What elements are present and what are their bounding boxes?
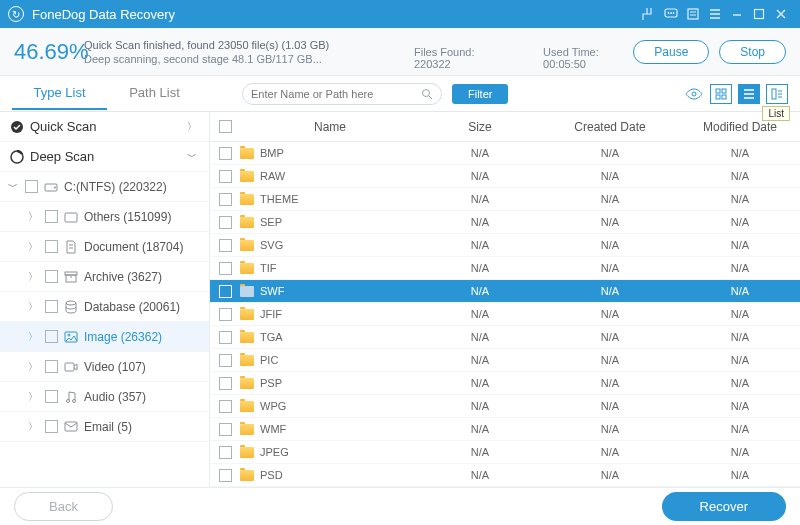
table-row[interactable]: PICN/AN/AN/A — [210, 349, 800, 372]
image-icon — [63, 331, 79, 343]
file-name: JFIF — [260, 308, 282, 320]
col-created[interactable]: Created Date — [540, 120, 680, 134]
audio-icon — [63, 390, 79, 404]
row-checkbox[interactable] — [219, 147, 232, 160]
row-checkbox[interactable] — [219, 216, 232, 229]
file-created: N/A — [540, 285, 680, 297]
used-time: Used Time: 00:05:50 — [543, 46, 633, 70]
file-name: TIF — [260, 262, 277, 274]
row-checkbox[interactable] — [219, 446, 232, 459]
col-name[interactable]: Name — [240, 120, 420, 134]
close-icon[interactable] — [770, 3, 792, 25]
table-row[interactable]: BMPN/AN/AN/A — [210, 142, 800, 165]
sidebar-email[interactable]: 〉Email (5) — [0, 412, 209, 442]
pause-button[interactable]: Pause — [633, 40, 709, 64]
sidebar-others[interactable]: 〉Others (151099) — [0, 202, 209, 232]
menu-icon[interactable] — [704, 3, 726, 25]
sidebar-database[interactable]: 〉Database (20061) — [0, 292, 209, 322]
svg-point-1 — [668, 12, 669, 13]
feedback-icon[interactable] — [660, 3, 682, 25]
file-list: BMPN/AN/AN/ARAWN/AN/AN/ATHEMEN/AN/AN/ASE… — [210, 142, 800, 487]
table-row[interactable]: TIFN/AN/AN/A — [210, 257, 800, 280]
row-checkbox[interactable] — [219, 193, 232, 206]
row-checkbox[interactable] — [219, 377, 232, 390]
table-row[interactable]: SWFN/AN/AN/A — [210, 280, 800, 303]
stop-button[interactable]: Stop — [719, 40, 786, 64]
row-checkbox[interactable] — [219, 285, 232, 298]
table-row[interactable]: PSDN/AN/AN/A — [210, 464, 800, 487]
row-checkbox[interactable] — [219, 400, 232, 413]
svg-rect-23 — [65, 363, 74, 371]
table-row[interactable]: JPEGN/AN/AN/A — [210, 441, 800, 464]
file-name: PIC — [260, 354, 278, 366]
row-checkbox[interactable] — [219, 170, 232, 183]
col-modified[interactable]: Modified Date — [680, 120, 800, 134]
register-icon[interactable] — [682, 3, 704, 25]
sidebar-audio[interactable]: 〉Audio (357) — [0, 382, 209, 412]
file-created: N/A — [540, 262, 680, 274]
table-row[interactable]: RAWN/AN/AN/A — [210, 165, 800, 188]
table-row[interactable]: TGAN/AN/AN/A — [210, 326, 800, 349]
view-list-icon[interactable] — [738, 84, 760, 104]
sidebar-video[interactable]: 〉Video (107) — [0, 352, 209, 382]
file-modified: N/A — [680, 400, 800, 412]
file-size: N/A — [420, 216, 540, 228]
filter-button[interactable]: Filter — [452, 84, 508, 104]
sidebar-image[interactable]: 〉Image (26362) — [0, 322, 209, 352]
row-checkbox[interactable] — [219, 354, 232, 367]
file-modified: N/A — [680, 170, 800, 182]
sidebar-quick-scan[interactable]: Quick Scan 〉 — [0, 112, 209, 142]
select-all-checkbox[interactable] — [219, 120, 232, 133]
file-modified: N/A — [680, 239, 800, 251]
row-checkbox[interactable] — [219, 308, 232, 321]
search-input[interactable] — [251, 88, 421, 100]
file-created: N/A — [540, 308, 680, 320]
search-box[interactable] — [242, 83, 442, 105]
status-bar: 46.69% Quick Scan finished, found 23050 … — [0, 28, 800, 76]
file-name: PSD — [260, 469, 283, 481]
folder-icon — [240, 470, 254, 481]
search-icon — [421, 88, 433, 100]
minimize-icon[interactable] — [726, 3, 748, 25]
view-grid-icon[interactable] — [710, 84, 732, 104]
row-checkbox[interactable] — [219, 262, 232, 275]
sidebar-document[interactable]: 〉Document (18704) — [0, 232, 209, 262]
file-created: N/A — [540, 331, 680, 343]
view-detail-icon[interactable] — [766, 84, 788, 104]
toolbar: Type List Path List Filter List — [0, 76, 800, 112]
row-checkbox[interactable] — [219, 423, 232, 436]
col-size[interactable]: Size — [420, 120, 540, 134]
table-row[interactable]: WPGN/AN/AN/A — [210, 395, 800, 418]
row-checkbox[interactable] — [219, 469, 232, 482]
file-size: N/A — [420, 446, 540, 458]
preview-icon[interactable] — [684, 84, 704, 104]
file-size: N/A — [420, 170, 540, 182]
sidebar-drive[interactable]: ﹀C:(NTFS) (220322) — [0, 172, 209, 202]
table-row[interactable]: SVGN/AN/AN/A — [210, 234, 800, 257]
table-row[interactable]: THEMEN/AN/AN/A — [210, 188, 800, 211]
row-checkbox[interactable] — [219, 239, 232, 252]
table-row[interactable]: PSPN/AN/AN/A — [210, 372, 800, 395]
sidebar-archive[interactable]: 〉Archive (3627) — [0, 262, 209, 292]
tab-path-list[interactable]: Path List — [107, 77, 202, 110]
table-row[interactable]: WMFN/AN/AN/A — [210, 418, 800, 441]
back-button[interactable]: Back — [14, 492, 113, 521]
column-header: Name Size Created Date Modified Date — [210, 112, 800, 142]
maximize-icon[interactable] — [748, 3, 770, 25]
titlebar: ↻ FoneDog Data Recovery — [0, 0, 800, 28]
file-size: N/A — [420, 400, 540, 412]
svg-point-20 — [66, 301, 76, 305]
row-checkbox[interactable] — [219, 331, 232, 344]
file-created: N/A — [540, 170, 680, 182]
share-icon[interactable] — [638, 3, 660, 25]
sidebar-deep-scan[interactable]: Deep Scan ﹀ — [0, 142, 209, 172]
table-row[interactable]: SEPN/AN/AN/A — [210, 211, 800, 234]
file-modified: N/A — [680, 147, 800, 159]
file-name: THEME — [260, 193, 299, 205]
tab-type-list[interactable]: Type List — [12, 77, 107, 110]
archive-icon — [63, 271, 79, 283]
recover-button[interactable]: Recover — [662, 492, 786, 521]
database-icon — [63, 300, 79, 314]
table-row[interactable]: JFIFN/AN/AN/A — [210, 303, 800, 326]
file-created: N/A — [540, 469, 680, 481]
